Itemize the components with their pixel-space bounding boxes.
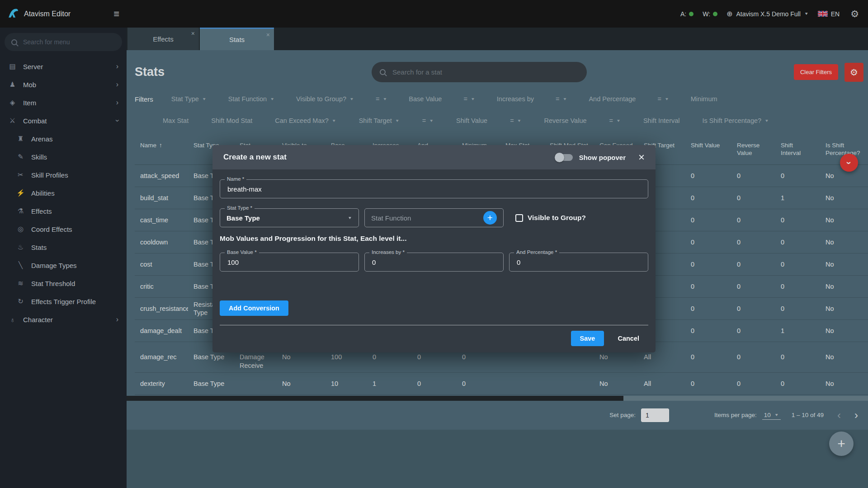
base-value-label: Base Value *: [225, 249, 259, 255]
dialog-body: Name * Stat Type * Base Type ▼ Stat Func…: [212, 169, 656, 325]
dialog-header: Create a new stat Show popover ×: [212, 145, 656, 169]
show-popover-label: Show popover: [579, 154, 626, 161]
visible-to-group-label: Visible to Group?: [528, 214, 586, 222]
stat-type-label: Stat Type *: [225, 205, 255, 211]
add-stat-function-button[interactable]: +: [483, 211, 497, 225]
base-value-field[interactable]: Base Value *: [220, 253, 359, 272]
increases-by-field[interactable]: Increases by *: [364, 253, 504, 272]
stat-type-value: Base Type: [226, 214, 348, 222]
stat-type-select[interactable]: Stat Type * Base Type ▼: [220, 208, 359, 227]
and-percentage-field[interactable]: And Percentage *: [509, 253, 648, 272]
close-icon[interactable]: ×: [638, 152, 645, 163]
dialog-footer: Save Cancel: [212, 325, 656, 352]
increases-by-label: Increases by *: [369, 249, 407, 255]
name-field[interactable]: Name *: [220, 179, 648, 198]
create-stat-dialog: Create a new stat Show popover × Name * …: [212, 145, 656, 352]
show-popover-toggle[interactable]: [556, 154, 573, 161]
cancel-button[interactable]: Cancel: [609, 331, 648, 346]
chevron-down-icon: ▼: [348, 216, 352, 220]
increases-by-input[interactable]: [371, 258, 497, 267]
add-conversion-button[interactable]: Add Conversion: [220, 300, 288, 316]
checkbox-icon: [515, 214, 523, 222]
stat-function-field[interactable]: Stat Function +: [364, 208, 504, 227]
dialog-title: Create a new stat: [223, 153, 287, 162]
toggle-knob: [555, 153, 564, 162]
name-input[interactable]: [226, 185, 642, 193]
base-value-input[interactable]: [226, 258, 352, 267]
and-percentage-input[interactable]: [516, 258, 642, 267]
save-button[interactable]: Save: [571, 331, 604, 346]
stat-function-placeholder: Stat Function: [371, 214, 411, 222]
name-field-label: Name *: [225, 176, 246, 182]
and-percentage-label: And Percentage *: [514, 249, 559, 255]
section-heading: Mob Values and Progression for this Stat…: [220, 235, 648, 243]
visible-to-group-checkbox[interactable]: Visible to Group?: [515, 214, 586, 222]
